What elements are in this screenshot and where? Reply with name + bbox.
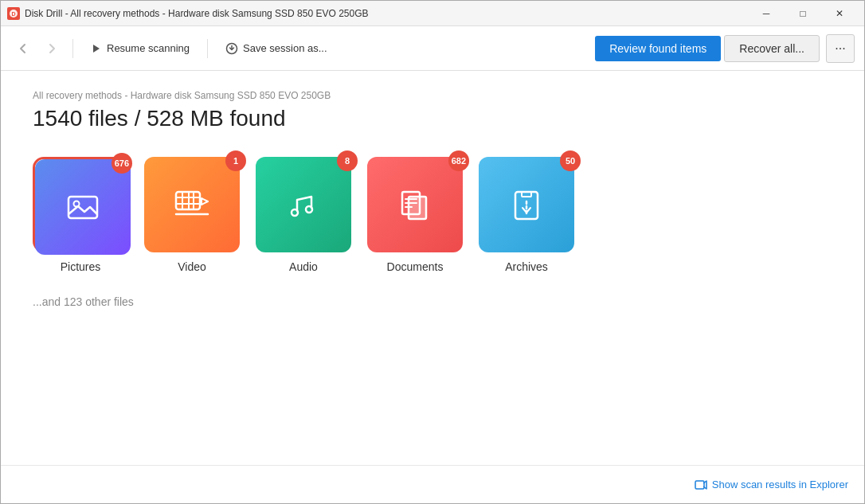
save-session-button[interactable]: Save session as... <box>216 37 337 60</box>
titlebar: D Disk Drill - All recovery methods - Ha… <box>1 1 864 26</box>
documents-label: Documents <box>387 260 444 273</box>
pictures-label: Pictures <box>61 260 101 273</box>
window-controls: ─ □ ✕ <box>748 1 858 26</box>
audio-icon-wrap: 8 <box>256 157 351 252</box>
category-audio[interactable]: 8 Audio <box>256 157 351 273</box>
archives-badge: 50 <box>560 150 581 171</box>
svg-text:D: D <box>11 11 15 17</box>
forward-button[interactable] <box>39 36 65 61</box>
svg-rect-23 <box>695 481 704 489</box>
category-video[interactable]: 1 Video <box>144 157 240 273</box>
resume-scanning-label: Resume scanning <box>107 42 190 54</box>
review-found-items-button[interactable]: Review found items <box>595 36 721 61</box>
pictures-badge: 676 <box>112 153 132 174</box>
svg-rect-4 <box>68 197 97 218</box>
minimize-button[interactable]: ─ <box>748 1 785 26</box>
toolbar: Resume scanning Save session as... Revie… <box>1 26 864 71</box>
app-icon: D <box>7 7 20 20</box>
breadcrumb: All recovery methods - Hardware disk Sam… <box>33 90 832 101</box>
svg-point-13 <box>292 209 298 216</box>
more-options-button[interactable]: ··· <box>826 34 855 63</box>
category-documents[interactable]: 682 Documents <box>367 157 463 273</box>
archives-label: Archives <box>505 260 548 273</box>
video-badge: 1 <box>225 150 246 171</box>
app-window: D Disk Drill - All recovery methods - Ha… <box>0 0 865 504</box>
documents-badge: 682 <box>448 150 469 171</box>
documents-icon <box>367 157 463 252</box>
show-scan-results-label: Show scan results in Explorer <box>712 479 848 490</box>
close-button[interactable]: ✕ <box>821 1 858 26</box>
pictures-icon-wrap: 676 <box>33 157 128 252</box>
svg-rect-21 <box>522 192 531 197</box>
main-content: All recovery methods - Hardware disk Sam… <box>1 71 864 465</box>
pictures-icon <box>35 159 131 255</box>
documents-icon-wrap: 682 <box>367 157 463 252</box>
audio-icon <box>256 157 351 252</box>
resume-scanning-button[interactable]: Resume scanning <box>81 37 199 59</box>
video-icon <box>144 157 240 252</box>
recover-all-button[interactable]: Recover all... <box>724 35 820 62</box>
other-files-text: ...and 123 other files <box>33 295 832 308</box>
video-icon-wrap: 1 <box>144 157 240 252</box>
toolbar-separator-2 <box>207 39 208 58</box>
show-scan-results-button[interactable]: Show scan results in Explorer <box>695 479 848 491</box>
audio-badge: 8 <box>337 150 358 171</box>
svg-marker-2 <box>93 45 100 53</box>
audio-label: Audio <box>289 260 318 273</box>
svg-point-14 <box>306 206 312 213</box>
video-label: Video <box>178 260 206 273</box>
category-archives[interactable]: 50 Archives <box>479 157 574 273</box>
back-button[interactable] <box>10 36 36 61</box>
window-title: Disk Drill - All recovery methods - Hard… <box>25 8 748 19</box>
archives-icon <box>479 157 574 252</box>
toolbar-separator-1 <box>72 39 73 58</box>
save-session-label: Save session as... <box>243 42 327 54</box>
maximize-button[interactable]: □ <box>785 1 821 26</box>
category-pictures[interactable]: 676 Pictures <box>33 157 128 273</box>
page-title: 1540 files / 528 MB found <box>33 106 832 131</box>
archives-icon-wrap: 50 <box>479 157 574 252</box>
categories-list: 676 Pictures <box>33 157 832 273</box>
footer: Show scan results in Explorer <box>1 465 864 503</box>
